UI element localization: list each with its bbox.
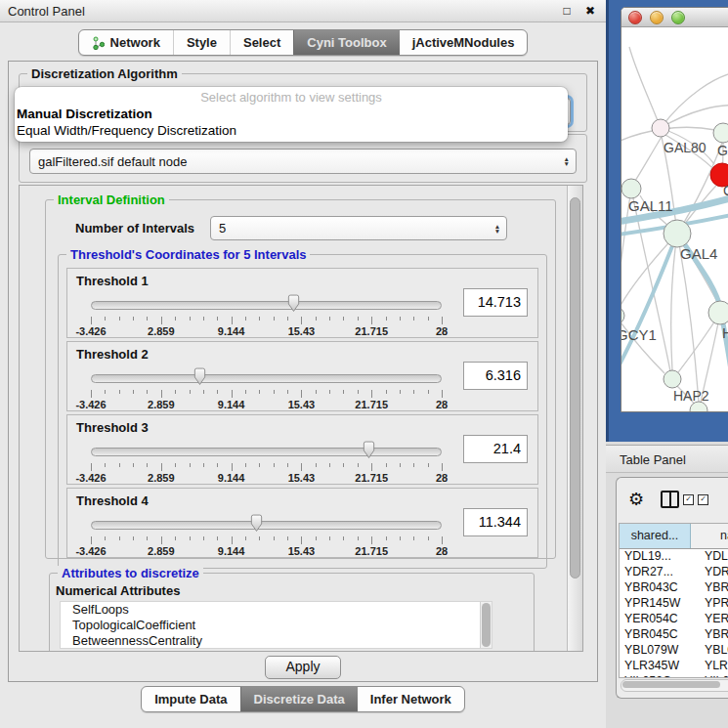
table-row[interactable]: YPR145WYPR1 bbox=[620, 596, 728, 612]
slider-handle[interactable] bbox=[193, 367, 207, 386]
list-scrollbar[interactable] bbox=[480, 602, 492, 648]
number-of-intervals-value: 5 bbox=[219, 221, 226, 236]
slider-tick-label: 2.859 bbox=[148, 325, 175, 337]
network-canvas[interactable]: GAL80GAGAL11CGAL4GCY1HHAP2 bbox=[621, 27, 728, 411]
table-data-combobox[interactable]: galFiltered.sif default node ▲▼ bbox=[29, 149, 577, 174]
cell-name: YLR3 bbox=[695, 659, 728, 674]
table-row[interactable]: YLR345WYLR3 bbox=[620, 659, 728, 674]
algorithm-placeholder-option[interactable]: Select algorithm to view settings bbox=[15, 89, 568, 106]
attribute-item[interactable]: SelfLoops bbox=[61, 602, 492, 618]
column-header-shared-name[interactable]: shared... bbox=[620, 524, 691, 548]
attribute-item[interactable]: TopologicalCoefficient bbox=[61, 618, 492, 633]
threshold-value-field[interactable]: 6.316 bbox=[463, 362, 528, 390]
close-traffic-light-icon[interactable] bbox=[628, 11, 642, 24]
node-label-GAL4: GAL4 bbox=[680, 245, 717, 262]
network-icon bbox=[92, 36, 105, 50]
split-columns-icon[interactable] bbox=[661, 491, 679, 508]
slider-track[interactable] bbox=[91, 448, 442, 456]
numerical-attributes-label: Numerical Attributes bbox=[56, 583, 534, 598]
slider-handle[interactable] bbox=[362, 441, 376, 459]
panel-title: Control Panel bbox=[8, 4, 85, 19]
slider-tick-label: 15.43 bbox=[288, 472, 316, 484]
tab-infer-network[interactable]: Infer Network bbox=[358, 687, 464, 711]
table-row[interactable]: YIL052CYIL0 bbox=[620, 674, 728, 678]
node-label-HAP2: HAP2 bbox=[673, 388, 709, 404]
scrollbar-thumb[interactable] bbox=[622, 681, 720, 688]
table-row[interactable]: YER054CYER0 bbox=[620, 612, 728, 627]
tab-select[interactable]: Select bbox=[230, 30, 293, 55]
slider-tick-label: -3.426 bbox=[75, 545, 106, 557]
checkbox-icon[interactable]: ✓ bbox=[683, 494, 694, 505]
network-edge[interactable] bbox=[671, 234, 677, 370]
numerical-attributes-list: SelfLoopsTopologicalCoefficientBetweenne… bbox=[60, 601, 492, 649]
table-row[interactable]: YBR043CYBR0 bbox=[620, 580, 728, 596]
float-window-icon[interactable]: □ bbox=[559, 4, 575, 18]
threshold-value-field[interactable]: 21.4 bbox=[463, 435, 528, 463]
tab-discretize-data[interactable]: Discretize Data bbox=[240, 687, 358, 711]
checkbox-icon[interactable]: ✓ bbox=[698, 494, 708, 505]
threshold-slider: -3.4262.8599.14415.4321.71528 bbox=[91, 439, 442, 482]
node-label-GA: GA bbox=[717, 143, 728, 158]
table-row[interactable]: YBL079WYBL0 bbox=[620, 643, 728, 659]
slider-tick-label: 9.144 bbox=[218, 399, 245, 410]
cell-name: YER0 bbox=[695, 612, 728, 627]
slider-tick-label: 15.43 bbox=[288, 325, 316, 337]
HAP2-node[interactable] bbox=[664, 370, 681, 388]
slider-tick-label: 21.715 bbox=[355, 472, 388, 484]
slider-handle[interactable] bbox=[249, 514, 264, 533]
slider-tick-label: 2.859 bbox=[148, 545, 175, 557]
slider-tick-label: -3.426 bbox=[75, 472, 106, 484]
threshold-1-box: Threshold 1-3.4262.8599.14415.4321.71528… bbox=[66, 268, 538, 338]
GAL11-node[interactable] bbox=[621, 179, 641, 198]
tab-jactivemnodules[interactable]: jActiveMNodules bbox=[400, 30, 528, 55]
cell-shared-name: YDR27... bbox=[620, 565, 695, 580]
slider-tick-label: 28 bbox=[436, 399, 448, 410]
threshold-value-field[interactable]: 14.713 bbox=[463, 288, 528, 317]
slider-track[interactable] bbox=[91, 301, 442, 310]
close-icon[interactable]: ✖ bbox=[582, 4, 598, 18]
slider-track[interactable] bbox=[91, 374, 442, 383]
algorithm-option-manual[interactable]: Manual Discretization bbox=[15, 106, 568, 122]
tab-impute-data[interactable]: Impute Data bbox=[142, 687, 239, 711]
minimize-traffic-light-icon[interactable] bbox=[650, 11, 664, 24]
attribute-item[interactable]: BetweennessCentrality bbox=[61, 633, 492, 649]
cell-name: YBR0 bbox=[695, 627, 728, 643]
slider-handle[interactable] bbox=[286, 294, 301, 313]
number-of-intervals-combobox[interactable]: 5 ▲▼ bbox=[210, 216, 507, 240]
tab-cyni-toolbox[interactable]: Cyni Toolbox bbox=[293, 30, 399, 55]
slider-tick-label: 9.144 bbox=[218, 472, 245, 484]
number-of-intervals-label: Number of Intervals bbox=[75, 221, 194, 236]
panel-scrollbar[interactable] bbox=[567, 186, 582, 651]
threshold-value-field[interactable]: 11.344 bbox=[463, 508, 528, 536]
scrollbar-thumb[interactable] bbox=[570, 197, 580, 578]
apply-button[interactable]: Apply bbox=[265, 656, 340, 679]
network-edge[interactable] bbox=[661, 71, 728, 128]
right-column: GAL80GAGAL11CGAL4GCY1HHAP2 Table Panel ⚙… bbox=[606, 0, 728, 728]
slider-track[interactable] bbox=[91, 521, 442, 530]
GAL4-node[interactable] bbox=[664, 220, 691, 247]
column-header-name[interactable]: na bbox=[691, 524, 728, 548]
slider-tick-label: 2.859 bbox=[148, 472, 175, 484]
slider-tick-label: 2.859 bbox=[148, 399, 175, 410]
table-row[interactable]: YDR27...YDR2 bbox=[620, 565, 728, 580]
tab-network[interactable]: Network bbox=[79, 30, 173, 55]
gear-icon[interactable]: ⚙ bbox=[628, 490, 644, 509]
H-node[interactable] bbox=[708, 301, 728, 324]
tab-style[interactable]: Style bbox=[173, 30, 230, 55]
algorithm-option-equal-width[interactable]: Equal Width/Frequency Discretization bbox=[15, 122, 568, 139]
cell-name: YBR0 bbox=[695, 580, 728, 596]
threshold-label: Threshold 2 bbox=[76, 347, 149, 362]
slider-tick-label: 21.715 bbox=[355, 399, 388, 410]
zoom-traffic-light-icon[interactable] bbox=[671, 11, 685, 24]
table-horizontal-scrollbar[interactable] bbox=[621, 679, 728, 692]
table-row[interactable]: YDL19...YDL1 bbox=[620, 549, 728, 565]
GAL80-node[interactable] bbox=[652, 119, 669, 137]
node-label-GAL11: GAL11 bbox=[628, 197, 673, 214]
cell-shared-name: YPR145W bbox=[620, 596, 695, 612]
network-edge[interactable] bbox=[635, 137, 662, 181]
GCY1-node[interactable] bbox=[621, 307, 624, 324]
network-edge[interactable] bbox=[629, 47, 661, 128]
slider-tick-label: 15.43 bbox=[288, 545, 316, 557]
table-row[interactable]: YBR045CYBR0 bbox=[620, 627, 728, 643]
node-top-right[interactable] bbox=[713, 123, 728, 143]
